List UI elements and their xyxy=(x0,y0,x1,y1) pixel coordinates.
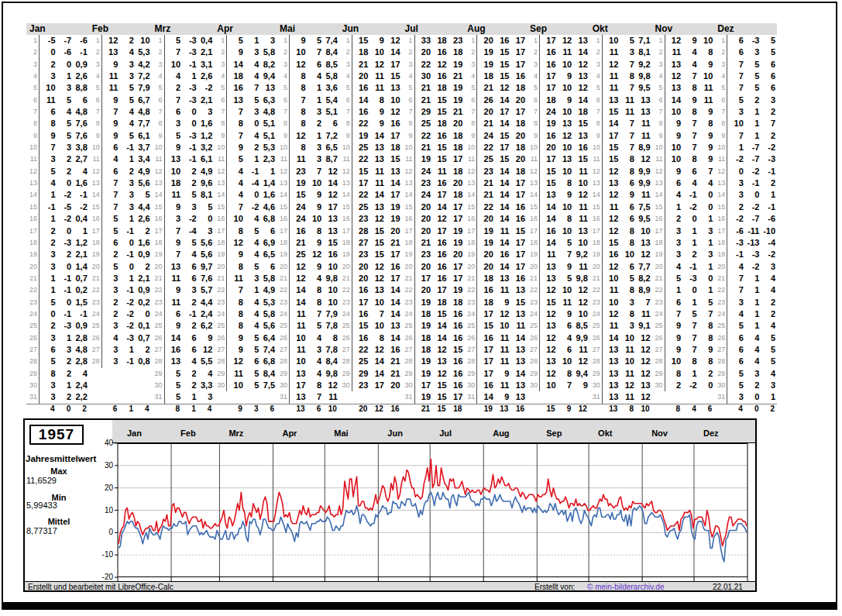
month-axis-label: Apr xyxy=(282,428,297,438)
day-row: 112210 xyxy=(89,35,150,46)
month-average-value: 0 xyxy=(743,404,759,414)
day-number: 30 xyxy=(589,380,603,391)
month-axis-label: Aug xyxy=(493,428,509,438)
temp-min-cell: 5 xyxy=(556,237,572,249)
day-number: 12 xyxy=(464,166,477,177)
day-row: 23615 xyxy=(652,297,713,308)
day-row: 7603 xyxy=(152,106,213,118)
temp-mean-cell: 8,1 xyxy=(634,46,651,58)
temp-max-cell: 17 xyxy=(540,35,556,46)
temp-min-cell: 5 xyxy=(618,35,634,46)
temp-mean-cell: 21 xyxy=(384,368,400,380)
day-row: 10201016 xyxy=(527,142,588,153)
temp-max-cell: 19 xyxy=(290,177,306,189)
temp-max-cell: 1 xyxy=(665,201,682,213)
temp-max-cell: 21 xyxy=(415,142,431,153)
temp-max-cell: 9 xyxy=(102,130,119,142)
day-number: 28 xyxy=(214,356,227,367)
temp-mean-cell: 14 xyxy=(384,284,400,296)
average-row-spacer xyxy=(652,404,665,414)
temp-min-cell: 1 xyxy=(118,213,134,225)
temp-mean-cell: 0,9 xyxy=(71,59,88,71)
temp-min-cell: -1 xyxy=(243,166,259,177)
day-number: 13 xyxy=(339,177,352,189)
day-row: 253-20,1 xyxy=(89,320,150,332)
day-row: 81017 xyxy=(714,118,775,129)
day-row: 2412811 xyxy=(589,308,651,320)
average-row-spacer xyxy=(277,404,289,414)
temp-min-cell: 12 xyxy=(368,273,384,284)
day-row: 4756 xyxy=(714,71,775,82)
day-row: 1201617 xyxy=(464,35,525,46)
month-average-value: 13 xyxy=(602,404,618,414)
month-header: Okt xyxy=(589,23,651,35)
y-axis-label: 0 xyxy=(82,528,113,536)
temp-mean-cell: 2 xyxy=(134,261,150,273)
temp-min-cell: 0 xyxy=(744,391,760,403)
day-number: 16 xyxy=(589,213,603,225)
day-number: 27 xyxy=(527,344,540,356)
day-row: 4201115 xyxy=(339,71,400,82)
temp-mean-cell: 17 xyxy=(384,249,400,260)
month-header: Nov xyxy=(652,23,713,35)
temp-mean-cell: 15 xyxy=(572,153,588,165)
temp-min-cell: 15 xyxy=(368,237,384,249)
temp-mean-cell: 1 xyxy=(697,213,713,225)
temp-mean-cell: 6 xyxy=(321,118,338,129)
temp-mean-cell: 3,7 xyxy=(134,142,150,153)
temp-mean-cell: 17 xyxy=(509,261,525,273)
temp-max-cell: 15 xyxy=(603,106,619,118)
temp-mean-cell: 7 xyxy=(697,166,713,177)
day-number: 20 xyxy=(589,261,603,273)
credit-link[interactable]: © mein-bilderarchiv.de xyxy=(587,583,664,591)
chart-footer-bar: Erstellt und bearbeitet mit LibreOffice-… xyxy=(25,581,755,590)
temp-mean-cell: 13 xyxy=(509,344,525,356)
day-row: 23312 xyxy=(714,297,775,308)
temp-max-cell: 24 xyxy=(540,106,556,118)
day-row: 31131112 xyxy=(589,391,651,403)
temp-min-cell: 12 xyxy=(431,344,447,356)
day-number: 18 xyxy=(214,237,227,249)
temp-mean-cell: 14 xyxy=(384,332,400,344)
day-row: 152-2-1 xyxy=(714,201,775,213)
day-row: 614911 xyxy=(652,95,713,106)
day-row: 17161013 xyxy=(527,225,588,237)
year-label: 1957 xyxy=(39,426,74,442)
temp-max-cell: 24 xyxy=(290,213,306,225)
day-number: 30 xyxy=(339,380,352,391)
month-average-row: 402 xyxy=(26,404,87,414)
day-number: 21 xyxy=(714,273,727,284)
day-row: 109-13,2 xyxy=(152,142,213,153)
temp-mean-cell: 4 xyxy=(759,284,775,296)
temp-mean-cell: 4,8 xyxy=(134,106,150,118)
temp-mean-cell: 5,8 xyxy=(259,308,275,320)
day-row: 2314810 xyxy=(277,297,338,308)
temp-max-cell: 18 xyxy=(477,71,493,82)
temp-mean-cell: 8,1 xyxy=(197,189,213,201)
temp-min-cell: -1 xyxy=(744,177,760,189)
temp-max-cell: 10 xyxy=(603,273,619,284)
temp-mean-cell: 16 xyxy=(509,201,525,213)
temp-min-cell: 12 xyxy=(556,35,572,46)
day-number: 9 xyxy=(89,130,102,142)
day-row: 30523 xyxy=(714,380,775,391)
average-row-spacer xyxy=(89,404,101,414)
day-row: 1821915 xyxy=(277,237,338,249)
day-number: 24 xyxy=(714,308,727,320)
temp-mean-cell: 6 xyxy=(259,261,275,273)
temp-max-cell: 17 xyxy=(603,130,619,142)
temp-mean-cell: -4 xyxy=(759,237,775,249)
temp-mean-cell: 2,6 xyxy=(71,71,88,82)
temp-mean-cell: 16 xyxy=(572,142,588,153)
temp-min-cell: 1 xyxy=(243,153,259,165)
temp-min-cell: 11 xyxy=(493,284,510,296)
day-row: 30312,4 xyxy=(26,380,88,391)
temp-min-cell: 1 xyxy=(681,237,697,249)
day-number: 1 xyxy=(26,35,40,46)
temp-mean-cell: 4,4 xyxy=(197,297,213,308)
day-number: 15 xyxy=(277,201,290,213)
day-row: 19946,5 xyxy=(214,249,275,260)
temp-mean-cell: 7,1 xyxy=(634,35,651,46)
day-row: 6523 xyxy=(714,95,775,106)
day-number: 18 xyxy=(277,237,290,249)
